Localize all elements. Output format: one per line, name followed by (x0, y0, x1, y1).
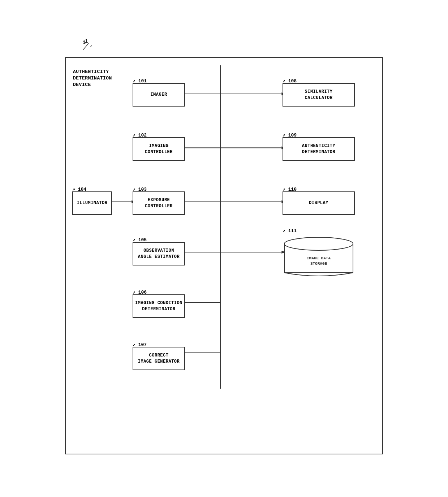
box-authenticity-determinator: AUTHENTICITYDETERMINATOR (283, 137, 355, 161)
top-ref-line (83, 43, 94, 52)
box-similarity-calculator: SIMILARITYCALCULATOR (283, 83, 355, 107)
main-box: AUTHENTICITYDETERMINATIONDEVICE (65, 57, 383, 454)
svg-text:STORAGE: STORAGE (310, 262, 327, 266)
box-correct-image: CORRECTIMAGE GENERATOR (133, 347, 185, 370)
box-illuminator: ILLUMINATOR (72, 191, 112, 215)
svg-line-27 (83, 43, 89, 50)
ref-111: ↗ 111 (283, 228, 297, 234)
box-observation-angle: OBSERVATIONANGLE ESTIMATOR (133, 242, 185, 265)
svg-point-24 (284, 237, 353, 250)
box-image-data-storage: IMAGE DATA STORAGE (283, 235, 355, 280)
device-label: AUTHENTICITYDETERMINATIONDEVICE (73, 69, 112, 88)
box-exposure-controller: EXPOSURECONTROLLER (133, 191, 185, 215)
box-imaging-controller: IMAGINGCONTROLLER (133, 137, 185, 161)
box-imaging-condition: IMAGING CONDITIONDETERMINATOR (133, 294, 185, 318)
box-display: DISPLAY (283, 191, 355, 215)
page-container: 1 ↙ AUTHENTICITYDETERMINATIONDEVICE (43, 32, 405, 465)
box-imager: IMAGER (133, 83, 185, 107)
svg-text:IMAGE DATA: IMAGE DATA (307, 256, 331, 260)
